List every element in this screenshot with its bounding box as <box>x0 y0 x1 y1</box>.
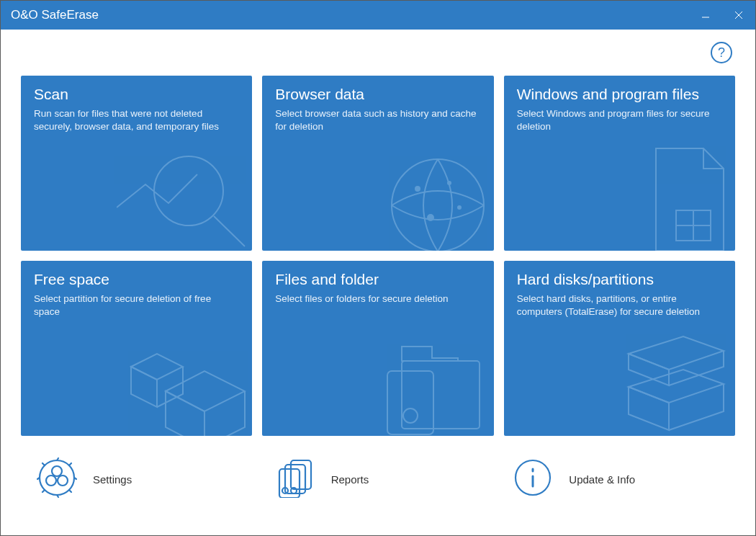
svg-point-17 <box>46 475 56 486</box>
hard-disks-desc: Select hard disks, partitions, or entire… <box>517 292 722 318</box>
reports-button[interactable]: Reports <box>259 457 498 501</box>
info-icon <box>513 457 553 501</box>
windows-files-desc: Select Windows and program files for sec… <box>517 107 722 133</box>
minimize-button[interactable] <box>689 1 722 30</box>
files-folder-title: Files and folder <box>275 271 480 288</box>
window-controls <box>689 1 755 30</box>
svg-point-15 <box>403 408 418 423</box>
svg-point-19 <box>52 466 62 476</box>
svg-point-9 <box>457 205 462 210</box>
svg-point-6 <box>415 186 420 192</box>
hard-disks-tile[interactable]: Hard disks/partitions Select hard disks,… <box>504 261 735 436</box>
svg-point-3 <box>154 156 223 225</box>
windows-files-tile[interactable]: Windows and program files Select Windows… <box>504 76 735 251</box>
windows-files-title: Windows and program files <box>517 86 722 103</box>
bottom-bar: Settings Reports <box>21 436 735 522</box>
content-area: ? Scan Run scan for files that were not … <box>1 30 755 535</box>
browser-data-tile[interactable]: Browser data Select browser data such as… <box>262 76 493 251</box>
help-button[interactable]: ? <box>711 42 732 63</box>
free-space-title: Free space <box>34 271 239 288</box>
scan-tile[interactable]: Scan Run scan for files that were not de… <box>21 76 252 251</box>
app-title: O&O SafeErase <box>11 8 689 22</box>
settings-label: Settings <box>93 473 132 486</box>
update-info-label: Update & Info <box>569 473 635 486</box>
disk-stack-icon <box>614 329 729 436</box>
minimize-icon <box>701 10 711 20</box>
svg-point-5 <box>392 159 484 251</box>
browser-data-desc: Select browser data such as history and … <box>275 107 480 133</box>
settings-button[interactable]: Settings <box>21 457 259 501</box>
svg-line-4 <box>214 216 245 246</box>
help-icon: ? <box>718 45 725 61</box>
windows-file-icon <box>643 144 729 251</box>
globe-icon <box>380 151 488 251</box>
folder-files-icon <box>380 329 488 436</box>
svg-point-8 <box>427 214 434 221</box>
hard-disks-title: Hard disks/partitions <box>517 271 722 288</box>
files-folder-desc: Select files or folders for secure delet… <box>275 292 480 305</box>
update-info-button[interactable]: Update & Info <box>497 457 735 501</box>
settings-gear-icon <box>37 457 77 501</box>
app-window: O&O SafeErase ? Scan Run scan for files … <box>0 0 756 536</box>
scan-desc: Run scan for files that were not deleted… <box>34 107 239 133</box>
svg-point-7 <box>447 181 451 185</box>
magnifier-chart-icon <box>117 151 246 251</box>
svg-rect-14 <box>387 371 433 434</box>
tile-grid: Scan Run scan for files that were not de… <box>21 76 735 436</box>
help-row: ? <box>21 30 735 76</box>
close-icon <box>734 10 744 20</box>
close-button[interactable] <box>722 1 755 30</box>
scan-title: Scan <box>34 86 239 103</box>
files-folder-tile[interactable]: Files and folder Select files or folders… <box>262 261 493 436</box>
free-space-desc: Select partition for secure deletion of … <box>34 292 239 318</box>
svg-point-18 <box>58 475 68 486</box>
reports-icon <box>275 457 315 501</box>
free-space-tile[interactable]: Free space Select partition for secure d… <box>21 261 252 436</box>
browser-data-title: Browser data <box>275 86 480 103</box>
titlebar: O&O SafeErase <box>1 1 755 30</box>
reports-label: Reports <box>331 473 369 486</box>
boxes-icon <box>124 329 246 436</box>
